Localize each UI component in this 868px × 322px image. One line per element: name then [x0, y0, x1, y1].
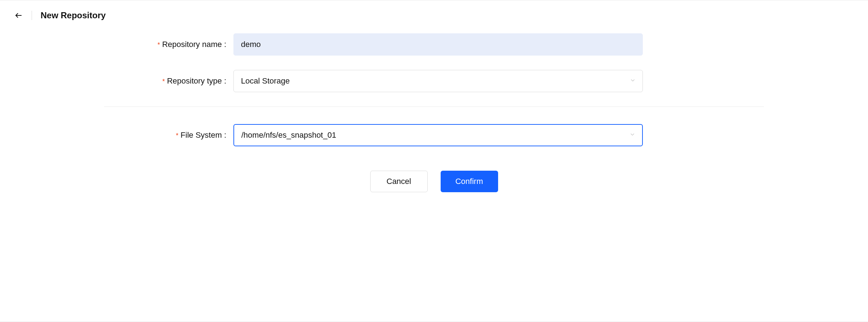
- header-divider: [32, 11, 32, 20]
- chevron-down-icon: [629, 131, 636, 140]
- form-row-filesystem: *File System : /home/nfs/es_snapshot_01: [104, 124, 764, 146]
- page-header: New Repository: [0, 0, 868, 33]
- confirm-button[interactable]: Confirm: [441, 171, 498, 192]
- required-mark: *: [157, 41, 160, 48]
- control-file-system: /home/nfs/es_snapshot_01: [233, 124, 643, 146]
- required-mark: *: [176, 132, 178, 139]
- form-actions: Cancel Confirm: [104, 171, 764, 192]
- repository-type-select[interactable]: Local Storage: [233, 70, 643, 92]
- control-repository-name: demo: [233, 33, 643, 56]
- repository-type-value: Local Storage: [241, 76, 290, 86]
- section-divider: [104, 106, 764, 107]
- form-row-type: *Repository type : Local Storage: [104, 70, 764, 92]
- label-repository-name: *Repository name :: [104, 40, 233, 49]
- repository-form: *Repository name : demo *Repository type…: [0, 33, 868, 192]
- new-repository-page: New Repository *Repository name : demo *…: [0, 0, 868, 322]
- form-row-name: *Repository name : demo: [104, 33, 764, 56]
- control-repository-type: Local Storage: [233, 70, 643, 92]
- chevron-down-icon: [630, 76, 636, 86]
- repository-name-input[interactable]: demo: [233, 33, 643, 56]
- file-system-select[interactable]: /home/nfs/es_snapshot_01: [233, 124, 643, 146]
- page-title: New Repository: [41, 10, 106, 20]
- label-file-system: *File System :: [104, 131, 233, 140]
- cancel-button[interactable]: Cancel: [370, 171, 428, 192]
- file-system-value: /home/nfs/es_snapshot_01: [241, 131, 336, 140]
- required-mark: *: [162, 78, 165, 85]
- label-repository-type: *Repository type :: [104, 76, 233, 86]
- arrow-left-icon[interactable]: [14, 11, 23, 20]
